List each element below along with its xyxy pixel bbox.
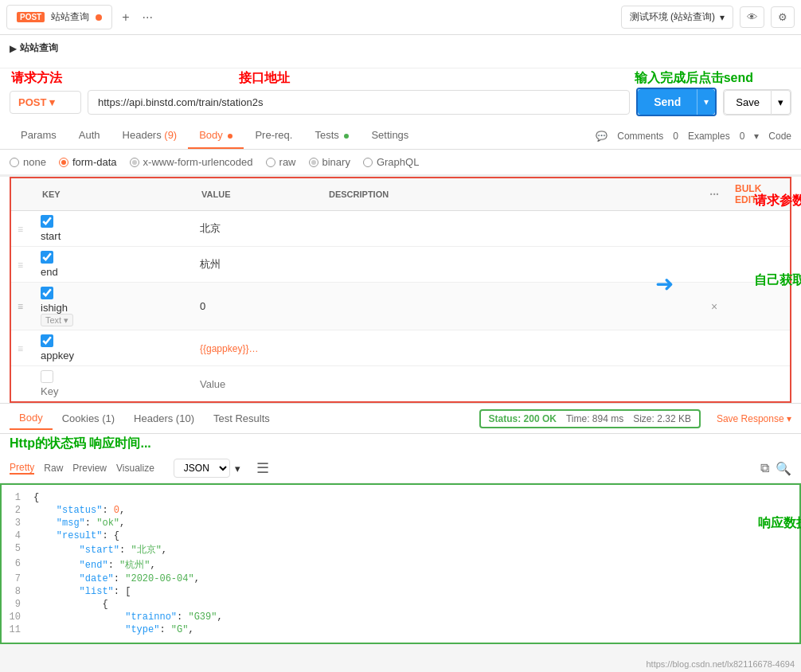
- code-tab-raw[interactable]: Raw: [44, 463, 63, 474]
- post-badge: POST: [17, 12, 45, 22]
- code-area-wrapper: 1 { 2 "status": 0, 3 "msg": "ok", 4 "res…: [0, 483, 801, 644]
- status-bar: Status: 200 OK Time: 894 ms Size: 2.32 K…: [479, 409, 701, 428]
- tab-body[interactable]: Body: [188, 123, 244, 149]
- row-checkbox[interactable]: [41, 334, 53, 347]
- row-checkbox-cell: [34, 330, 193, 366]
- desc-input[interactable]: [327, 223, 695, 235]
- tab-auth[interactable]: Auth: [68, 123, 111, 149]
- table-row: ≡ Text ▾ ×: [10, 283, 791, 330]
- bulk-edit-button[interactable]: Bulk Edit: [735, 183, 761, 205]
- code-tab-visualize[interactable]: Visualize: [116, 463, 154, 474]
- row-actions-cell: ×: [701, 283, 727, 330]
- empty-checkbox[interactable]: [41, 370, 53, 383]
- row-checkbox[interactable]: [41, 215, 53, 228]
- table-row: ≡: [10, 247, 791, 283]
- radio-graphql-dot: [363, 158, 373, 167]
- resp-tab-headers[interactable]: Headers (10): [124, 408, 204, 429]
- code-line-5: 5 "start": "北京",: [2, 542, 799, 557]
- top-tab-bar: POST 站站查询 + ··· 测试环境 (站站查询) ▾ 👁 ⚙: [0, 0, 801, 35]
- tab-tests[interactable]: Tests: [303, 123, 360, 149]
- empty-value-input[interactable]: [200, 378, 315, 390]
- empty-value-cell: [193, 366, 321, 403]
- radio-form-data[interactable]: form-data: [59, 156, 117, 168]
- desc-input[interactable]: [327, 300, 695, 312]
- search-icon[interactable]: 🔍: [776, 461, 791, 476]
- status-size: Size: 2.32 KB: [633, 413, 691, 424]
- code-view-actions: ⧉ 🔍: [760, 461, 791, 476]
- code-line-1: 1 {: [2, 491, 799, 504]
- value-env-text: {{gappkey}}…: [200, 343, 258, 354]
- save-dropdown-button[interactable]: ▾: [772, 90, 791, 115]
- code-line-4: 4 "result": {: [2, 529, 799, 542]
- code-line-7: 7 "date": "2020-06-04",: [2, 572, 799, 585]
- row-drag-handle: ≡: [10, 283, 34, 330]
- empty-key-input[interactable]: [41, 385, 187, 397]
- radio-urlencoded[interactable]: x-www-form-urlencoded: [130, 156, 253, 168]
- send-group: Send ▾: [636, 88, 717, 116]
- desc-input[interactable]: [327, 342, 695, 354]
- value-input[interactable]: [200, 300, 315, 312]
- code-line-3: 3 "msg": "ok",: [2, 517, 799, 529]
- save-response-button[interactable]: Save Response ▾: [717, 413, 791, 424]
- eye-button[interactable]: 👁: [740, 6, 764, 28]
- value-input[interactable]: [200, 223, 315, 235]
- row-actions-cell: [701, 211, 727, 247]
- add-tab-button[interactable]: +: [119, 7, 132, 28]
- response-section: Body Cookies (1) Headers (10) Test Resul…: [0, 403, 801, 644]
- key-input[interactable]: [41, 302, 187, 314]
- code-label[interactable]: Code: [768, 131, 791, 142]
- key-input[interactable]: [41, 350, 187, 361]
- tab-headers[interactable]: Headers (9): [111, 123, 189, 149]
- radio-none[interactable]: none: [10, 156, 46, 168]
- request-tab[interactable]: POST 站站查询: [6, 5, 112, 29]
- resp-tab-test-results[interactable]: Test Results: [204, 408, 279, 429]
- tab-label: 站站查询: [51, 10, 89, 24]
- row-checkbox[interactable]: [41, 287, 53, 299]
- row-checkbox[interactable]: [41, 251, 53, 264]
- key-input[interactable]: [41, 266, 187, 278]
- comments-label: Comments: [617, 131, 663, 142]
- radio-graphql[interactable]: GraphQL: [363, 156, 419, 168]
- desc-input[interactable]: [327, 259, 695, 271]
- tab-prereq[interactable]: Pre-req.: [244, 123, 303, 149]
- tab-settings[interactable]: Settings: [360, 123, 420, 149]
- format-icon[interactable]: ☰: [256, 459, 269, 477]
- more-dots-icon[interactable]: ···: [709, 188, 719, 201]
- status-area: Status: 200 OK Time: 894 ms Size: 2.32 K…: [479, 409, 791, 428]
- radio-raw[interactable]: raw: [266, 156, 296, 168]
- resp-tab-body[interactable]: Body: [10, 407, 53, 430]
- copy-icon[interactable]: ⧉: [760, 461, 769, 476]
- save-button[interactable]: Save: [724, 90, 772, 115]
- row-desc-cell: [321, 283, 701, 330]
- row-extra-cell: [727, 211, 791, 247]
- radio-none-dot: [10, 158, 19, 167]
- status-ok: Status: 200 OK: [489, 413, 557, 424]
- tab-params[interactable]: Params: [10, 123, 68, 149]
- request-method-annotation: 请求方法: [11, 70, 62, 87]
- json-format-select[interactable]: JSON: [174, 459, 230, 478]
- key-input[interactable]: [41, 230, 187, 242]
- url-input[interactable]: [88, 90, 630, 115]
- code-tab-pretty[interactable]: Pretty: [10, 462, 34, 475]
- row-drag-handle: ≡: [10, 211, 34, 247]
- radio-raw-dot: [266, 158, 275, 167]
- row-value-cell: [193, 211, 321, 247]
- breadcrumb: ▶ 站站查询: [10, 41, 791, 55]
- row-delete-icon[interactable]: ×: [711, 300, 717, 313]
- code-tab-preview[interactable]: Preview: [72, 463, 107, 474]
- env-selector[interactable]: 测试环境 (站站查询) ▾: [621, 6, 733, 29]
- type-badge[interactable]: Text ▾: [41, 314, 73, 326]
- row-value-cell: [193, 283, 321, 330]
- settings-button[interactable]: ⚙: [771, 6, 795, 28]
- method-selector[interactable]: POST ▾: [10, 91, 81, 114]
- send-dropdown-button[interactable]: ▾: [697, 89, 715, 115]
- value-input[interactable]: [200, 259, 315, 271]
- resp-tab-cookies[interactable]: Cookies (1): [53, 408, 124, 429]
- row-checkbox-cell: Text ▾: [34, 283, 193, 330]
- send-button[interactable]: Send: [638, 89, 697, 115]
- chevron-down-icon[interactable]: ▾: [754, 131, 759, 142]
- examples-count: 0: [740, 131, 745, 142]
- params-table: KEY VALUE DESCRIPTION ··· Bulk Edit ≡: [10, 177, 791, 403]
- more-options-button[interactable]: ···: [139, 7, 156, 28]
- radio-binary[interactable]: binary: [309, 156, 350, 168]
